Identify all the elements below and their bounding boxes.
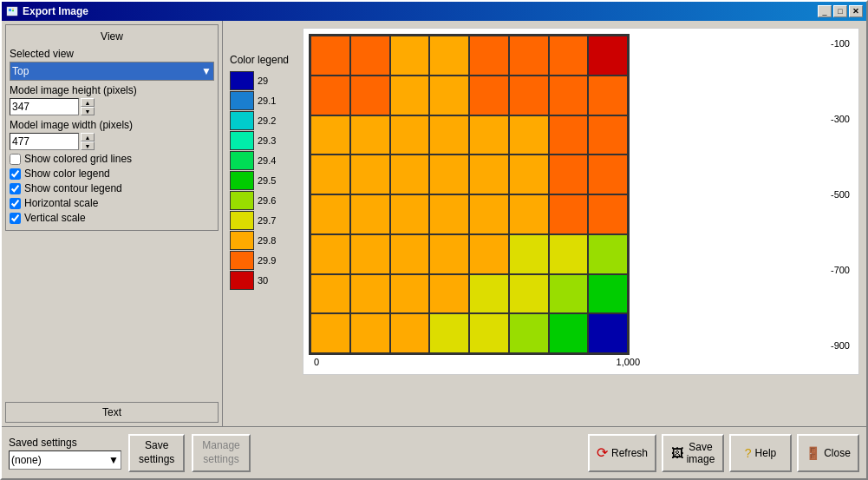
grid-cell-3-1 [350, 155, 390, 194]
height-input[interactable] [10, 98, 79, 115]
legend-label-2: 29.2 [258, 115, 276, 126]
grid-cell-3-2 [390, 155, 430, 194]
legend-item-8: 29.8 [230, 231, 289, 250]
grid-cell-2-6 [549, 115, 589, 155]
grid-cell-1-7 [588, 76, 628, 115]
legend-color-swatch-1 [230, 91, 254, 110]
grid-cell-4-7 [588, 194, 628, 234]
close-button[interactable]: 🚪 Close [797, 434, 859, 472]
grid-cell-7-1 [350, 313, 390, 353]
grid-cell-6-1 [350, 274, 390, 314]
grid-cell-3-0 [310, 155, 350, 194]
y-scale-right: -100 -300 -500 -700 -900 [819, 34, 853, 355]
grid-cell-2-7 [588, 115, 628, 155]
grid-cell-4-2 [390, 194, 430, 234]
horizontal-scale-checkbox[interactable] [10, 198, 21, 209]
refresh-icon: ⟳ [597, 444, 608, 461]
width-up-button[interactable]: ▲ [81, 133, 95, 141]
close-icon: 🚪 [806, 446, 820, 460]
grid-cell-7-3 [429, 313, 469, 353]
grid-cell-7-5 [509, 313, 549, 353]
svg-rect-2 [9, 9, 11, 11]
x-label-0: 0 [314, 357, 319, 367]
grid-cell-0-1 [350, 36, 390, 76]
grid-cell-0-6 [549, 36, 589, 76]
legend-color-swatch-5 [230, 171, 254, 190]
save-image-line2: image [687, 453, 715, 465]
horizontal-scale-label: Horizontal scale [24, 197, 98, 209]
legend-color-swatch-0 [230, 71, 254, 90]
legend-color-swatch-3 [230, 131, 254, 150]
grid-cell-6-5 [509, 274, 549, 314]
grid-cell-3-3 [429, 155, 469, 194]
close-window-button[interactable]: ✕ [849, 5, 863, 17]
width-down-button[interactable]: ▼ [81, 141, 95, 150]
show-color-legend-row: Show color legend [10, 168, 214, 180]
restore-button[interactable]: □ [833, 5, 847, 17]
svg-rect-3 [12, 9, 14, 10]
legend-title: Color legend [230, 54, 289, 66]
help-button[interactable]: ? Help [729, 434, 792, 472]
width-spinner: ▲ ▼ [10, 133, 214, 150]
grid-cell-5-0 [310, 234, 350, 274]
saved-settings-select[interactable]: (none) ▼ [9, 450, 121, 470]
selected-view-select[interactable]: Top ▼ [10, 62, 214, 81]
y-label-500: -500 [822, 189, 850, 200]
horizontal-scale-row: Horizontal scale [10, 197, 214, 209]
selected-view-value: Top [12, 65, 29, 77]
selected-view-label: Selected view [10, 48, 214, 60]
manage-settings-button[interactable]: Manage settings [192, 434, 250, 472]
legend-color-swatch-2 [230, 111, 254, 130]
saved-settings-label: Saved settings [9, 437, 121, 449]
save-image-button[interactable]: 🖼 Save image [662, 434, 724, 472]
legend-label-0: 29 [258, 76, 268, 86]
text-section-title: Text [102, 406, 121, 418]
grid-cell-0-5 [509, 36, 549, 76]
grid-cell-1-0 [310, 76, 350, 115]
legend-item-0: 29 [230, 71, 289, 90]
show-contour-legend-checkbox[interactable] [10, 183, 21, 194]
legend-label-6: 29.6 [258, 195, 276, 206]
grid-cell-0-2 [390, 36, 430, 76]
show-colored-grid-label: Show colored grid lines [24, 153, 132, 165]
chevron-down-icon: ▼ [201, 65, 212, 77]
title-bar: Export Image _ □ ✕ [2, 2, 866, 21]
window-title: Export Image [23, 5, 818, 17]
grid-cell-5-2 [390, 234, 430, 274]
y-label-700: -700 [822, 265, 850, 275]
grid-cell-6-6 [549, 274, 589, 314]
main-content: View Selected view Top ▼ Model image hei… [2, 21, 866, 478]
show-colored-grid-checkbox[interactable] [10, 154, 21, 165]
view-section: View Selected view Top ▼ Model image hei… [5, 24, 219, 231]
legend-label-3: 29.3 [258, 135, 276, 146]
height-spinner: ▲ ▼ [10, 98, 214, 115]
save-image-icon: 🖼 [671, 446, 683, 460]
save-settings-button[interactable]: Save settings [128, 434, 185, 472]
grid-cell-4-4 [469, 194, 509, 234]
show-colored-grid-row: Show colored grid lines [10, 153, 214, 165]
height-up-button[interactable]: ▲ [81, 98, 95, 107]
grid-cell-2-1 [350, 115, 390, 155]
show-contour-legend-label: Show contour legend [24, 182, 122, 194]
grid-cell-1-5 [509, 76, 549, 115]
help-icon: ? [745, 446, 752, 460]
grid-cell-0-7 [588, 36, 628, 76]
vertical-scale-checkbox[interactable] [10, 213, 21, 224]
legend-item-5: 29.5 [230, 171, 289, 190]
minimize-button[interactable]: _ [818, 5, 832, 17]
grid-cell-1-6 [549, 76, 589, 115]
width-input[interactable] [10, 133, 79, 150]
x-scale-bottom: 0 1,000 [309, 355, 640, 369]
manage-settings-line2: settings [203, 453, 238, 467]
height-down-button[interactable]: ▼ [81, 107, 95, 115]
save-image-line1: Save [689, 441, 712, 453]
refresh-button[interactable]: ⟳ Refresh [588, 434, 656, 472]
legend-item-4: 29.4 [230, 151, 289, 170]
show-color-legend-checkbox[interactable] [10, 168, 21, 180]
legend-item-7: 29.7 [230, 211, 289, 230]
legend-color-swatch-8 [230, 231, 254, 250]
grid-cell-0-3 [429, 36, 469, 76]
export-image-window: Export Image _ □ ✕ View Selected view To… [0, 0, 868, 480]
y-label-900: -900 [822, 340, 850, 351]
grid-cell-4-6 [549, 194, 589, 234]
